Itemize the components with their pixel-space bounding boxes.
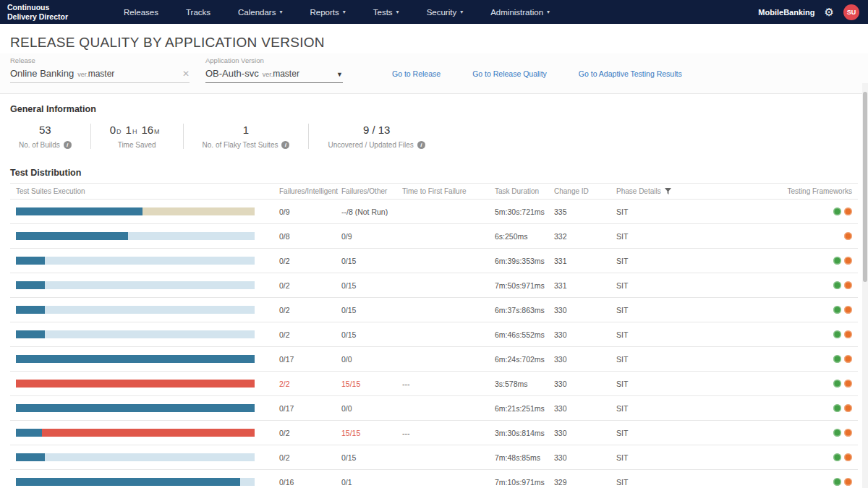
cell-test-suites-execution <box>16 404 279 412</box>
framework-orange-icon[interactable] <box>844 355 852 363</box>
version-value: master <box>273 69 299 79</box>
nav-item-calendars[interactable]: Calendars▾ <box>224 0 296 24</box>
top-bar: Continuous Delivery Director ReleasesTra… <box>0 0 868 24</box>
nav-item-tracks[interactable]: Tracks <box>172 0 224 24</box>
execution-bar <box>16 380 255 388</box>
tenant-name[interactable]: MobileBanking <box>758 8 814 17</box>
cell-failures-other: 0/15 <box>341 281 402 290</box>
framework-orange-icon[interactable] <box>844 306 852 314</box>
execution-bar <box>16 330 255 338</box>
cell-test-suites-execution <box>16 281 279 289</box>
framework-orange-icon[interactable] <box>844 207 852 215</box>
framework-orange-icon[interactable] <box>844 478 852 486</box>
application-version-value[interactable]: OB-Auth-svc ver.master ▼ <box>205 68 343 83</box>
nav-item-security[interactable]: Security▾ <box>413 0 477 24</box>
cell-time-to-first-failure: --- <box>402 380 495 388</box>
framework-green-icon[interactable] <box>833 257 841 265</box>
column-header-label: Change ID <box>554 187 589 195</box>
gear-icon[interactable]: ⚙ <box>825 7 834 17</box>
framework-orange-icon[interactable] <box>844 257 852 265</box>
cell-phase-details: SIT <box>616 404 780 413</box>
info-icon[interactable]: i <box>281 141 289 149</box>
release-filter: Release Online Banking ver.master ✕ <box>10 56 190 83</box>
framework-orange-icon[interactable] <box>844 330 852 338</box>
app-name: OB-Auth-svc <box>205 68 259 79</box>
stat-unit: D <box>116 128 122 135</box>
framework-green-icon[interactable] <box>833 207 841 215</box>
framework-green-icon[interactable] <box>833 404 841 412</box>
info-icon[interactable]: i <box>64 141 72 149</box>
general-information-title: General Information <box>10 104 858 114</box>
nav-item-tests[interactable]: Tests▾ <box>359 0 413 24</box>
table-row[interactable]: 0/160/17m:10s:971ms329SIT <box>10 469 858 488</box>
stat-no-of-flaky-test-suites: 1No. of Flaky Test Suitesi <box>184 124 310 149</box>
page-title: RELEASE QUALITY BY APPLICATION VERSION <box>10 35 858 51</box>
bar-segment-lightblue <box>45 330 255 338</box>
cell-failures-intelligent: 0/8 <box>279 232 341 241</box>
chevron-down-icon[interactable]: ▼ <box>336 71 343 78</box>
bar-segment-teal <box>16 306 45 314</box>
framework-green-icon[interactable] <box>833 306 841 314</box>
execution-bar <box>16 257 255 265</box>
framework-green-icon[interactable] <box>833 380 841 388</box>
framework-orange-icon[interactable] <box>844 453 852 461</box>
table-row[interactable]: 0/9--/8 (Not Run)5m:30s:721ms335SIT <box>10 199 858 223</box>
table-row[interactable]: 0/20/156m:46s:552ms330SIT <box>10 322 858 346</box>
link-go-to-adaptive-testing-results[interactable]: Go to Adaptive Testing Results <box>579 69 682 78</box>
table-row[interactable]: 0/20/156m:39s:353ms331SIT <box>10 248 858 273</box>
execution-bar <box>16 281 255 289</box>
framework-orange-icon[interactable] <box>844 404 852 412</box>
stat-time-saved: 0D1H16MTime Saved <box>91 124 184 149</box>
nav-item-label: Administration <box>490 8 543 17</box>
framework-orange-icon[interactable] <box>844 232 852 240</box>
table-row[interactable]: 0/80/96s:250ms332SIT <box>10 223 858 248</box>
link-go-to-release[interactable]: Go to Release <box>392 69 441 78</box>
table-row[interactable]: 2/215/15---3s:578ms330SIT <box>10 371 858 395</box>
chevron-down-icon: ▾ <box>343 9 346 15</box>
table-row[interactable]: 0/20/156m:37s:863ms330SIT <box>10 297 858 322</box>
filter-bar: Release Online Banking ver.master ✕ Appl… <box>0 53 868 94</box>
cell-task-duration: 6m:21s:251ms <box>495 404 554 413</box>
table-row[interactable]: 0/20/157m:48s:85ms330SIT <box>10 445 858 469</box>
info-icon[interactable]: i <box>417 141 425 149</box>
column-header-test-suites-execution: Test Suites Execution <box>16 187 279 195</box>
nav-item-label: Reports <box>310 8 339 17</box>
avatar[interactable]: SU <box>843 4 859 20</box>
filter-funnel-icon[interactable] <box>665 188 671 194</box>
release-filter-value[interactable]: Online Banking ver.master ✕ <box>10 68 190 83</box>
vertical-scrollbar-thumb[interactable] <box>863 92 867 282</box>
cell-phase-details: SIT <box>616 330 780 339</box>
bar-segment-red <box>16 380 255 388</box>
clear-release-icon[interactable]: ✕ <box>182 69 190 78</box>
framework-orange-icon[interactable] <box>844 380 852 388</box>
link-go-to-release-quality[interactable]: Go to Release Quality <box>472 69 547 78</box>
cell-testing-frameworks <box>780 257 852 265</box>
framework-green-icon[interactable] <box>833 330 841 338</box>
framework-orange-icon[interactable] <box>844 281 852 289</box>
bar-segment-lightblue <box>128 232 255 240</box>
logo-line1: Continuous <box>7 3 110 12</box>
nav-item-reports[interactable]: Reports▾ <box>296 0 359 24</box>
column-header-label: Failures/Intelligent <box>279 187 338 195</box>
framework-green-icon[interactable] <box>833 429 841 437</box>
nav-item-releases[interactable]: Releases <box>110 0 172 24</box>
cell-change-id: 330 <box>554 330 616 339</box>
cell-failures-other: 0/15 <box>341 330 402 339</box>
app-logo[interactable]: Continuous Delivery Director <box>0 3 110 21</box>
framework-green-icon[interactable] <box>833 478 841 486</box>
stat-number: 1 <box>126 124 132 136</box>
column-header-time-to-first-failure: Time to First Failure <box>402 187 495 195</box>
table-row[interactable]: 0/170/06m:24s:702ms330SIT <box>10 346 858 371</box>
table-row[interactable]: 0/215/15---3m:30s:814ms330SIT <box>10 420 858 445</box>
column-header-phase-details: Phase Details <box>616 187 780 195</box>
framework-green-icon[interactable] <box>833 281 841 289</box>
framework-green-icon[interactable] <box>833 355 841 363</box>
cell-failures-intelligent: 0/17 <box>279 404 341 413</box>
framework-orange-icon[interactable] <box>844 429 852 437</box>
framework-green-icon[interactable] <box>833 453 841 461</box>
table-row[interactable]: 0/20/157m:50s:971ms331SIT <box>10 273 858 297</box>
version-prefix: ver. <box>263 71 273 78</box>
nav-item-administration[interactable]: Administration▾ <box>477 0 563 24</box>
cell-failures-other: 0/1 <box>341 478 402 487</box>
table-row[interactable]: 0/170/06m:21s:251ms330SIT <box>10 395 858 420</box>
